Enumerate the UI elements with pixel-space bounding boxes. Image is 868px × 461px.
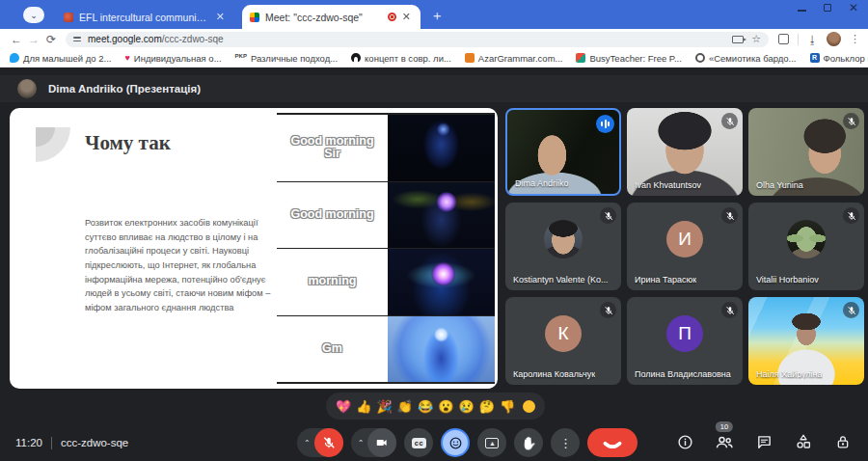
participant-tile[interactable]: Наіля Хайруліна [748, 297, 864, 385]
url-path: /ccc-zdwo-sqe [162, 34, 224, 44]
raise-hand-button[interactable]: ✋ [514, 428, 543, 457]
participant-tile[interactable]: Kostiantyn Valente (Ko... [505, 203, 621, 290]
mic-off-icon [721, 207, 738, 224]
tab-search-button[interactable]: ⌄ [23, 7, 44, 23]
audio-speaking-icon [596, 115, 614, 133]
meet-control-bar: 11:20 ccc-zdwo-sqe ⌃ ⌃ cc ▲ ✋ ⋮ 10 [0, 424, 868, 461]
mic-off-icon [843, 207, 859, 224]
window-maximize-button[interactable] [824, 4, 831, 12]
mic-off-icon [721, 302, 738, 318]
extensions-icon[interactable] [778, 34, 789, 44]
participant-name: Ivan Khvatuntsov [635, 180, 701, 190]
participant-name: Dima Andriiko [515, 178, 569, 188]
chat-button[interactable] [752, 427, 775, 456]
meta-divider [51, 437, 52, 449]
brain-image-3 [388, 249, 495, 315]
captions-button[interactable]: cc [404, 428, 433, 457]
participant-tile[interactable]: К Каролина Ковальчук [505, 297, 621, 385]
slide-body-text: Розвиток електронних засобів комунікації… [85, 216, 273, 315]
reaction-heart[interactable]: 💖 [336, 400, 351, 413]
participant-tile[interactable]: Olha Yunina [748, 108, 864, 196]
mic-off-icon [600, 302, 616, 318]
tab-meet[interactable]: Meet: "ccc-zdwo-sqe" ✕ [242, 5, 420, 29]
participant-name: Ирина Тарасюк [635, 275, 696, 285]
bookmark-item[interactable]: Для малышей до 2... [10, 53, 111, 64]
participant-tile[interactable]: И Ирина Тарасюк [627, 203, 743, 290]
downloads-icon[interactable]: ⭳ [807, 34, 818, 45]
participant-tile[interactable]: Ivan Khvatuntsov [627, 108, 743, 196]
window-close-button[interactable]: ✕ [849, 4, 858, 12]
bookmark-item[interactable]: RФольклор и постф... [810, 53, 868, 64]
participant-tile[interactable]: Vitalii Horbaniov [748, 203, 864, 290]
bookmark-item[interactable]: концепт в совр. ли... [351, 53, 451, 64]
participant-count-badge: 10 [716, 421, 733, 432]
bookmark-item[interactable]: ♥Индивидуальная о... [124, 53, 221, 64]
reactions-button[interactable] [441, 428, 470, 457]
mic-off-icon [843, 113, 859, 129]
reaction-surprised[interactable]: 😮 [438, 400, 453, 413]
meeting-details-button[interactable] [673, 427, 696, 456]
meeting-code: ccc-zdwo-sqe [61, 437, 128, 448]
leave-call-button[interactable] [587, 428, 637, 457]
reaction-thumbs-up[interactable]: 👍 [356, 400, 371, 413]
close-tab-icon[interactable]: ✕ [214, 11, 227, 23]
tab-efl[interactable]: EFL intercultural communicatio ✕ [56, 5, 234, 29]
meet-favicon [250, 13, 259, 22]
new-tab-button[interactable]: ＋ [430, 8, 444, 29]
brain-image-1 [388, 115, 495, 181]
camera-button[interactable] [367, 428, 396, 457]
reaction-thumbs-down[interactable]: 👎 [500, 400, 515, 413]
reaction-cry[interactable]: 😢 [458, 400, 474, 413]
bookmark-item[interactable]: BusyTeacher: Free P... [576, 53, 681, 64]
participant-name: Полина Владиславовна [635, 369, 731, 379]
participant-name: Каролина Ковальчук [513, 369, 595, 379]
participant-name: Olha Yunina [756, 180, 803, 190]
url-domain: meet.google.com [88, 34, 162, 44]
bookmark-star-icon[interactable]: ☆ [751, 33, 761, 45]
browser-profile-avatar[interactable] [827, 32, 841, 46]
participant-tile[interactable]: Dima Andriiko [505, 108, 621, 196]
bookmarks-bar: Для малышей до 2... ♥Индивидуальная о...… [0, 49, 868, 68]
host-controls-button[interactable] [831, 427, 854, 456]
site-info-icon[interactable] [73, 37, 81, 41]
bookmark-favicon [10, 53, 19, 63]
toolbar-divider [798, 34, 799, 45]
mic-off-button[interactable] [314, 428, 343, 457]
bookmark-item[interactable]: AzarGrammar.com... [465, 53, 563, 64]
participant-tile[interactable]: П Полина Владиславовна [627, 297, 743, 385]
reaction-clap[interactable]: 👏 [397, 400, 413, 413]
reaction-thinking[interactable]: 🤔 [479, 400, 495, 413]
participant-initial-avatar: И [666, 221, 703, 258]
address-bar[interactable]: meet.google.com /ccc-zdwo-sqe ☆ [66, 32, 769, 47]
back-button[interactable]: ← [8, 33, 25, 46]
more-options-button[interactable]: ⋮ [551, 428, 580, 457]
tab-favicon [64, 13, 73, 22]
bookmark-favicon [576, 53, 585, 63]
cc-label: cc [412, 438, 426, 448]
bookmark-label: концепт в совр. ли... [365, 53, 451, 64]
skin-tone-selector[interactable] [523, 400, 535, 413]
presentation-slide[interactable]: Чому так Розвиток електронних засобів ко… [10, 108, 498, 389]
activities-button[interactable] [792, 427, 815, 456]
reaction-laugh[interactable]: 😂 [418, 400, 433, 413]
close-tab-icon[interactable]: ✕ [400, 11, 413, 23]
meme-caption: morning [277, 249, 388, 315]
window-minimize-button[interactable] [798, 10, 806, 12]
camera-options-chevron[interactable]: ⌃ [358, 439, 368, 447]
bookmark-item[interactable]: «Семиотика бардо... [695, 53, 797, 64]
reaction-party[interactable]: 🎉 [376, 400, 392, 413]
reload-button[interactable]: ⟳ [42, 33, 60, 46]
forward-button[interactable]: → [25, 33, 42, 46]
hand-icon: ✋ [521, 436, 536, 450]
bookmark-item[interactable]: PKPРазличные подход... [235, 53, 339, 64]
browser-menu-icon[interactable]: ⋮ [850, 33, 860, 45]
participant-initial-avatar: К [545, 315, 582, 352]
presenter-bar: Dima Andriiko (Презентація) [0, 75, 868, 102]
recording-indicator-icon [388, 13, 396, 21]
brain-image-4 [388, 316, 495, 383]
participants-button[interactable]: 10 [713, 427, 736, 456]
camera-in-use-icon[interactable] [732, 36, 744, 43]
mic-options-chevron[interactable]: ⌃ [304, 439, 314, 447]
bookmark-label: BusyTeacher: Free P... [589, 53, 681, 64]
present-screen-button[interactable]: ▲ [477, 428, 506, 457]
